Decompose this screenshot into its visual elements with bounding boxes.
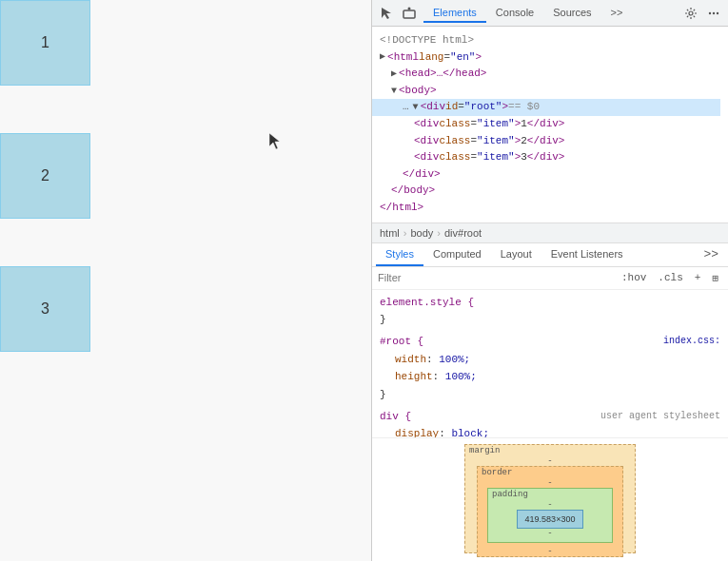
html-node-root[interactable]: … ▼ <div id = "root" > == $0 [380,99,720,116]
expand-arrow-html[interactable]: ▶ [380,49,385,65]
css-rule-root: #root { index.css: width: 100%; height: … [380,333,720,404]
flex-container: 1 2 3 [0,0,371,561]
flex-item-3: 3 [0,266,90,352]
html-node-html[interactable]: ▶ <html lang = "en" > [380,49,720,67]
bm-padding-top-val: - [547,500,552,510]
dots-btn[interactable]: … [403,99,409,116]
tab-more[interactable]: >> [601,4,633,23]
bm-border-box: border - padding - 419.583×300 - - [477,466,623,557]
tab-elements[interactable]: Elements [423,4,486,23]
bm-margin-top-val: - [465,456,635,466]
gear-icon[interactable] [682,5,699,22]
devtools-panel: Elements Console Sources >> <!DOCTYPE ht… [371,0,728,561]
bm-padding-label: padding [488,489,532,500]
svg-point-3 [408,7,411,10]
expand-arrow-root[interactable]: ▼ [413,100,419,115]
html-node-item3[interactable]: <div class="item" > 3 </div> [380,149,720,166]
flex-item-1: 1 [0,0,90,86]
ellipsis-icon[interactable] [705,5,722,22]
html-node-head[interactable]: ▶ <head>…</head> [380,66,720,83]
html-node-html-close: </html> [380,200,720,217]
html-tree: <!DOCTYPE html> ▶ <html lang = "en" > ▶ … [372,27,728,222]
bm-margin-bottom-val: - [465,557,635,561]
svg-point-5 [709,11,711,13]
item-label-1: 1 [41,34,49,51]
bm-border-bottom-val: - [478,547,622,556]
tab-layout[interactable]: Layout [491,243,541,266]
html-node-div-close: </div> [380,166,720,184]
filter-input[interactable] [378,272,612,283]
hov-btn[interactable]: :hov [618,270,650,285]
box-select-icon[interactable] [401,5,418,22]
tab-more-styles[interactable]: >> [698,245,724,263]
expand-arrow-head[interactable]: ▶ [391,67,397,82]
breadcrumb-body[interactable]: body [410,227,433,239]
tab-console[interactable]: Console [486,4,543,23]
svg-marker-0 [269,133,280,149]
layout-btn[interactable]: ⊞ [708,270,722,286]
svg-point-4 [689,11,693,15]
bm-content-box: 419.583×300 [517,510,584,529]
tab-computed[interactable]: Computed [423,243,491,266]
css-rules: element.style { } #root { index.css: wid… [372,290,728,437]
styles-tabs: Styles Computed Layout Event Listeners >… [372,243,728,267]
breadcrumb: html › body › div#root [372,222,728,243]
tab-styles[interactable]: Styles [376,243,423,266]
cursor-select-icon[interactable] [378,5,395,22]
html-node-body-close: </body> [380,183,720,200]
item-label-3: 3 [41,300,49,318]
bm-border-label: border [478,467,622,478]
filter-bar: :hov .cls + ⊞ [372,267,728,290]
html-node-doctype: <!DOCTYPE html> [380,32,720,49]
html-node-item1[interactable]: <div class="item" > 1 </div> [380,116,720,133]
cls-btn[interactable]: .cls [654,270,686,285]
cursor-pointer [269,133,281,150]
css-rule-div: div { user agent stylesheet display: blo… [380,408,720,437]
bm-padding-box: padding - 419.583×300 - [487,488,613,543]
tab-sources[interactable]: Sources [543,4,600,23]
add-style-btn[interactable]: + [691,270,705,285]
css-rule-element-style: element.style { } [380,294,720,329]
devtools-main-tabs: Elements Console Sources >> [423,4,677,23]
item-label-2: 2 [41,167,49,184]
toolbar-right-icons [682,5,722,22]
bm-padding-bottom-val: - [547,529,552,538]
svg-point-7 [717,11,718,13]
breadcrumb-html[interactable]: html [380,227,400,239]
breadcrumb-divroot[interactable]: div#root [444,227,482,239]
html-node-body[interactable]: ▼ <body> [380,83,720,100]
expand-arrow-body[interactable]: ▼ [391,84,397,99]
tab-event-listeners[interactable]: Event Listeners [541,243,633,266]
bm-margin-box: margin - border - padding - 419.583×300 … [464,444,636,553]
selected-html-line[interactable]: … ▼ <div id = "root" > == $0 [372,99,720,116]
box-model-diagram: margin - border - padding - 419.583×300 … [464,444,636,553]
bm-border-top-val: - [478,478,622,488]
svg-rect-2 [403,10,415,18]
flex-item-2: 2 [0,133,90,219]
box-model-area: margin - border - padding - 419.583×300 … [372,437,728,561]
webpage-preview: 1 2 3 [0,0,371,561]
filter-actions: :hov .cls + ⊞ [618,270,722,286]
html-node-item2[interactable]: <div class="item" > 2 </div> [380,133,720,150]
bm-margin-label: margin [465,445,635,456]
devtools-toolbar: Elements Console Sources >> [372,0,728,27]
svg-marker-1 [382,8,391,19]
svg-point-6 [713,11,715,13]
